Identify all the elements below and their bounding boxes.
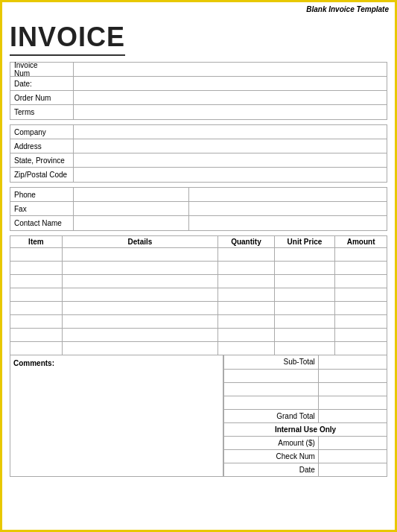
amount-cell[interactable] xyxy=(335,248,387,262)
address-input[interactable] xyxy=(74,139,387,153)
invoice-table: Item Details Quantity Unit Price Amount xyxy=(10,235,387,355)
qty-cell[interactable] xyxy=(218,288,275,302)
amount-cell[interactable] xyxy=(335,315,387,329)
date-row-totals: Date xyxy=(224,463,387,476)
table-row xyxy=(10,288,387,302)
unit-price-cell[interactable] xyxy=(274,275,334,288)
subtotal-row: Sub-Total xyxy=(224,355,387,369)
amount-cell[interactable] xyxy=(335,342,387,355)
details-cell[interactable] xyxy=(62,315,217,329)
invoice-num-input[interactable] xyxy=(74,63,387,76)
unit-price-cell[interactable] xyxy=(274,248,334,262)
qty-cell[interactable] xyxy=(218,275,275,288)
totals-area: Sub-Total xyxy=(223,355,387,477)
item-cell[interactable] xyxy=(10,315,63,329)
amount-cell[interactable] xyxy=(335,275,387,288)
totals-table: Sub-Total xyxy=(223,355,387,477)
col-header-details: Details xyxy=(62,236,217,248)
unit-price-cell[interactable] xyxy=(274,288,334,302)
extra-row-1 xyxy=(224,369,387,382)
date-row: Date: xyxy=(10,77,387,91)
qty-cell[interactable] xyxy=(218,302,275,315)
state-input[interactable] xyxy=(74,153,387,167)
terms-input[interactable] xyxy=(74,105,387,119)
order-num-row: Order Num xyxy=(10,91,387,105)
unit-price-cell[interactable] xyxy=(274,262,334,275)
company-row: Company xyxy=(10,125,387,139)
order-num-input[interactable] xyxy=(74,91,387,104)
extra-value-1[interactable] xyxy=(318,369,387,382)
amount-cell[interactable] xyxy=(335,302,387,315)
phone-row: Phone xyxy=(10,188,387,202)
zip-input[interactable] xyxy=(74,168,387,182)
amount-cell[interactable] xyxy=(335,288,387,302)
grand-total-value[interactable] xyxy=(318,409,387,422)
qty-cell[interactable] xyxy=(218,329,275,342)
amount-cell[interactable] xyxy=(335,262,387,275)
qty-cell[interactable] xyxy=(218,315,275,329)
item-cell[interactable] xyxy=(10,342,63,355)
check-num-label: Check Num xyxy=(224,449,319,463)
col-header-item: Item xyxy=(10,236,63,248)
details-cell[interactable] xyxy=(62,329,217,342)
item-cell[interactable] xyxy=(10,262,63,275)
unit-price-cell[interactable] xyxy=(274,342,334,355)
check-num-value[interactable] xyxy=(318,449,387,463)
company-input[interactable] xyxy=(74,125,387,139)
check-num-row: Check Num xyxy=(224,449,387,463)
item-cell[interactable] xyxy=(10,248,63,262)
subtotal-value[interactable] xyxy=(318,355,387,369)
state-row: State, Province xyxy=(10,153,387,168)
item-cell[interactable] xyxy=(10,329,63,342)
subtotal-label: Sub-Total xyxy=(224,355,319,369)
address-row: Address xyxy=(10,139,387,153)
amount-value[interactable] xyxy=(318,436,387,449)
extra-value-3[interactable] xyxy=(318,396,387,409)
comments-area[interactable]: Comments: xyxy=(10,355,223,477)
amount-cell[interactable] xyxy=(335,329,387,342)
unit-price-cell[interactable] xyxy=(274,315,334,329)
col-header-quantity: Quantity xyxy=(218,236,275,248)
extra-row-2 xyxy=(224,382,387,396)
details-cell[interactable] xyxy=(62,248,217,262)
grand-total-label: Grand Total xyxy=(224,409,319,422)
qty-cell[interactable] xyxy=(218,342,275,355)
details-cell[interactable] xyxy=(62,275,217,288)
internal-use-row: Internal Use Only xyxy=(224,422,387,436)
zip-label: Zip/Postal Code xyxy=(10,168,74,182)
state-label: State, Province xyxy=(10,153,74,167)
table-row xyxy=(10,329,387,342)
table-row xyxy=(10,315,387,329)
date-label-totals: Date xyxy=(224,463,319,476)
details-cell[interactable] xyxy=(62,288,217,302)
fax-input[interactable] xyxy=(74,202,189,215)
date-value-totals[interactable] xyxy=(318,463,387,476)
item-cell[interactable] xyxy=(10,288,63,302)
details-cell[interactable] xyxy=(62,302,217,315)
unit-price-cell[interactable] xyxy=(274,329,334,342)
fax-label: Fax xyxy=(10,202,74,215)
table-row xyxy=(10,248,387,262)
page-title: INVOICE xyxy=(10,22,125,56)
item-cell[interactable] xyxy=(10,275,63,288)
date-input[interactable] xyxy=(74,77,387,90)
extra-value-2[interactable] xyxy=(318,382,387,396)
item-cell[interactable] xyxy=(10,302,63,315)
contact-name-input[interactable] xyxy=(74,216,189,230)
address-section: Company Address State, Province Zip/Post… xyxy=(10,124,387,183)
qty-cell[interactable] xyxy=(218,262,275,275)
contact-name-row: Contact Name xyxy=(10,216,387,230)
table-row xyxy=(10,275,387,288)
details-cell[interactable] xyxy=(62,262,217,275)
phone-input[interactable] xyxy=(74,188,189,201)
grand-total-row: Grand Total xyxy=(224,409,387,422)
details-cell[interactable] xyxy=(62,342,217,355)
invoice-num-label: InvoiceNum xyxy=(10,63,74,76)
qty-cell[interactable] xyxy=(218,248,275,262)
internal-use-label: Internal Use Only xyxy=(224,422,387,436)
unit-price-cell[interactable] xyxy=(274,302,334,315)
amount-row: Amount ($) xyxy=(224,436,387,449)
contact-section: Phone Fax Contact Name xyxy=(10,187,387,231)
extra-row-3 xyxy=(224,396,387,409)
col-header-amount: Amount xyxy=(335,236,387,248)
